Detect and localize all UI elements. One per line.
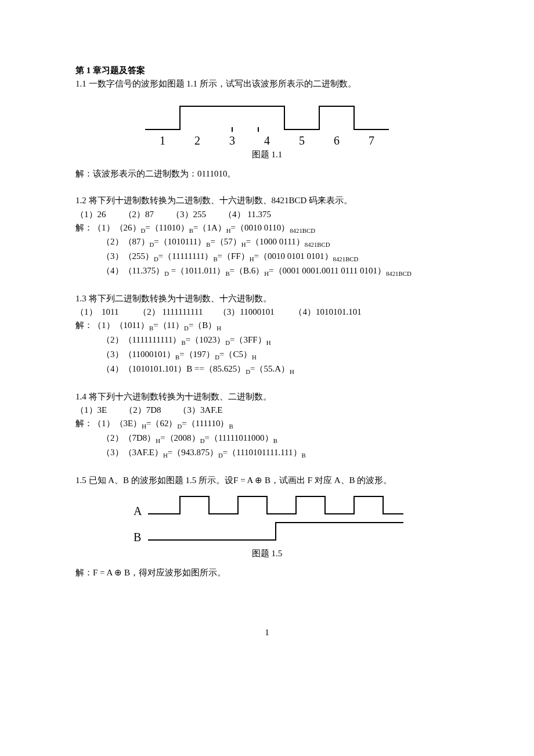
svg-text:1: 1 — [160, 134, 165, 147]
q14-items: （1）3E （2）7D8 （3）3AF.E — [75, 404, 459, 417]
q12-answer: 解：（1）（26）D=（11010）B=（1A）H=（0010 0110）842… — [75, 221, 459, 279]
q15-formula-2: F = A ⊕ B — [93, 568, 130, 577]
figure-1-5: A B — [128, 491, 406, 546]
page-number: 1 — [75, 626, 459, 639]
svg-text:6: 6 — [334, 134, 340, 147]
q12-prompt: 1.2 将下列十进制数转换为二进制数、十六进制数、8421BCD 码来表示。 — [75, 194, 459, 207]
svg-text:5: 5 — [299, 134, 305, 147]
svg-text:A: A — [134, 505, 142, 517]
q13-items: （1） 1011 （2） 1111111111 （3）11000101 （4）1… — [75, 305, 459, 319]
q14-ans-label: 解： — [75, 419, 93, 428]
svg-text:B: B — [134, 531, 141, 543]
q15-formula-1: F = A ⊕ B — [233, 476, 270, 485]
q15-answer: 解：F = A ⊕ B，得对应波形如图所示。 — [75, 566, 459, 579]
q14-prompt: 1.4 将下列十六进制数转换为十进制数、二进制数。 — [75, 390, 459, 404]
q11-prompt: 1.1 一数字信号的波形如图题 1.1 所示，试写出该波形所表示的二进制数。 — [75, 77, 459, 91]
chapter-title: 第 1 章习题及答案 — [75, 64, 459, 77]
q15-prompt: 1.5 已知 A、B 的波形如图题 1.5 所示。设F = A ⊕ B，试画出 … — [75, 474, 459, 487]
q13-ans-label: 解： — [75, 321, 93, 330]
svg-text:3: 3 — [229, 134, 235, 147]
svg-text:7: 7 — [369, 134, 374, 147]
figure-1-5-caption: 图题 1.5 — [75, 547, 459, 560]
figure-1-1-caption: 图题 1.1 — [75, 148, 459, 161]
q12-items: （1）26 （2）87 （3）255 （4） 11.375 — [75, 208, 459, 221]
q13-prompt: 1.3 将下列二进制数转换为十进制数、十六进制数。 — [75, 292, 459, 305]
q12-ans-label: 解： — [75, 223, 93, 232]
q11-answer: 解：该波形表示的二进制数为：0111010。 — [75, 167, 459, 181]
q14-answer: 解：（1）（3E）H=（62）D=（111110）B （2）（7D8）H=（20… — [75, 417, 459, 460]
svg-text:4: 4 — [264, 134, 270, 147]
figure-1-1: 1 2 3 4 5 6 7 — [142, 95, 392, 147]
q13-answer: 解：（1）（1011）B=（11）D=（B）H （2）（1111111111）B… — [75, 319, 459, 376]
svg-text:2: 2 — [194, 134, 200, 147]
